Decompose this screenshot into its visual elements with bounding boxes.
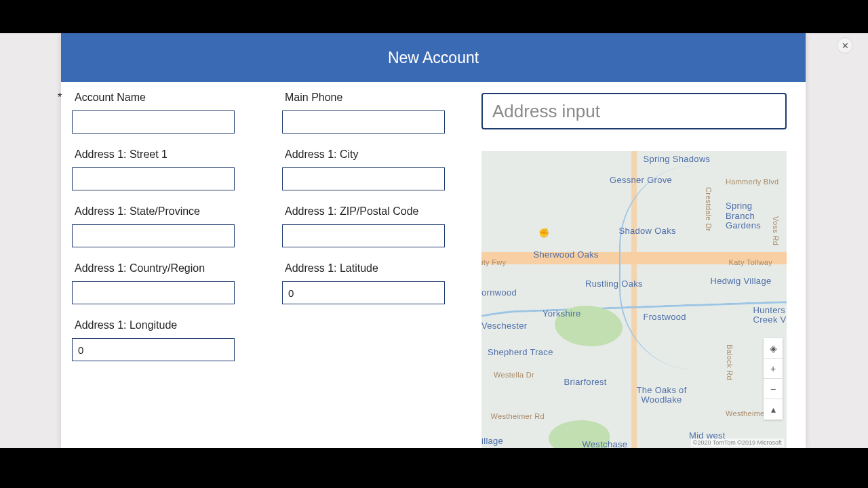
- required-marker: *: [58, 92, 62, 104]
- map-label: The Oaks of Woodlake: [631, 386, 692, 405]
- map-column: ✊ Spring Shadows Gessner Grove Hammerly …: [481, 92, 806, 448]
- dialog-header: New Account: [61, 33, 806, 82]
- label-account-name: Account Name: [75, 92, 146, 104]
- input-street1[interactable]: [72, 167, 235, 190]
- map-label: Westchase: [583, 439, 628, 448]
- dialog-title: New Account: [388, 49, 479, 67]
- input-zip[interactable]: [282, 224, 445, 247]
- plus-icon: +: [770, 363, 776, 374]
- map-label: Spring Shadows: [644, 154, 711, 164]
- map-tilt-button[interactable]: ▴: [764, 399, 783, 420]
- map-label: Hedwig Village: [711, 276, 772, 286]
- map-label: Yorkshire: [542, 308, 580, 319]
- input-longitude[interactable]: [72, 338, 235, 361]
- map-label: Veschester: [481, 321, 527, 331]
- address-search-box: [481, 93, 787, 129]
- map-attribution: ©2020 TomTom ©2019 Microsoft: [691, 439, 784, 447]
- map-label: Voss Rd: [772, 216, 780, 245]
- map-label: Westella Dr: [494, 371, 534, 379]
- map-label: ity Fwy: [481, 258, 506, 266]
- input-main-phone[interactable]: [282, 110, 445, 134]
- map-label: Westheimer Rd: [491, 412, 545, 420]
- field-account-name: * Account Name: [68, 92, 264, 134]
- input-country[interactable]: [72, 281, 235, 304]
- label-state: Address 1: State/Province: [75, 205, 200, 218]
- label-main-phone: Main Phone: [285, 92, 342, 104]
- close-icon: ✕: [842, 41, 849, 51]
- label-latitude: Address 1: Latitude: [285, 262, 378, 274]
- input-account-name[interactable]: [72, 110, 235, 134]
- map-label: Balock Rd: [726, 344, 734, 380]
- close-button[interactable]: ✕: [837, 37, 853, 54]
- tilt-icon: ▴: [771, 404, 776, 415]
- form-column: * Account Name Main Phone Address 1: Str…: [61, 92, 481, 448]
- map-label: Hammerly Blvd: [726, 178, 778, 186]
- map-controls: ◈ + − ▴: [764, 338, 783, 420]
- locate-icon: ◈: [770, 343, 777, 354]
- map-label: Sherwood Oaks: [534, 249, 599, 260]
- label-city: Address 1: City: [285, 148, 358, 161]
- map-label: Katy Tollway: [729, 258, 773, 266]
- field-longitude: Address 1: Longitude: [68, 319, 264, 361]
- map-label: Hunters Creek Villa: [753, 306, 787, 325]
- field-state: Address 1: State/Province: [68, 205, 264, 247]
- input-latitude[interactable]: [282, 281, 445, 304]
- map-label: ornwood: [481, 287, 517, 298]
- map-label: Gessner Grove: [610, 175, 672, 185]
- map-label: Shepherd Trace: [488, 347, 553, 357]
- new-account-dialog: New Account * Account Name Main Phone Ad…: [61, 33, 806, 448]
- map-label: Shadow Oaks: [619, 226, 676, 236]
- map-canvas[interactable]: ✊ Spring Shadows Gessner Grove Hammerly …: [481, 151, 787, 448]
- label-country: Address 1: Country/Region: [75, 262, 205, 274]
- input-city[interactable]: [282, 167, 445, 190]
- grab-cursor-icon: ✊: [538, 228, 549, 238]
- map-creek2: [619, 166, 787, 369]
- field-zip: Address 1: ZIP/Postal Code: [278, 205, 475, 247]
- address-search-input[interactable]: [492, 101, 776, 122]
- map-zoom-in-button[interactable]: +: [764, 359, 783, 379]
- map-label: Briarforest: [564, 377, 607, 387]
- field-street1: Address 1: Street 1: [68, 148, 264, 190]
- minus-icon: −: [770, 384, 776, 394]
- map-label: Rustling Oaks: [585, 279, 643, 289]
- label-longitude: Address 1: Longitude: [75, 319, 177, 331]
- label-zip: Address 1: ZIP/Postal Code: [285, 205, 418, 218]
- field-main-phone: Main Phone: [278, 92, 475, 134]
- field-country: Address 1: Country/Region: [68, 262, 264, 304]
- field-latitude: Address 1: Latitude: [278, 262, 475, 304]
- map-label: Crestdale Dr: [705, 187, 713, 231]
- input-state[interactable]: [72, 224, 235, 247]
- field-city: Address 1: City: [278, 148, 475, 190]
- map-label: illage: [481, 436, 503, 446]
- label-street1: Address 1: Street 1: [75, 148, 167, 161]
- map-locate-button[interactable]: ◈: [764, 338, 783, 359]
- map-label: Frostwood: [644, 312, 686, 322]
- map-zoom-out-button[interactable]: −: [764, 379, 783, 399]
